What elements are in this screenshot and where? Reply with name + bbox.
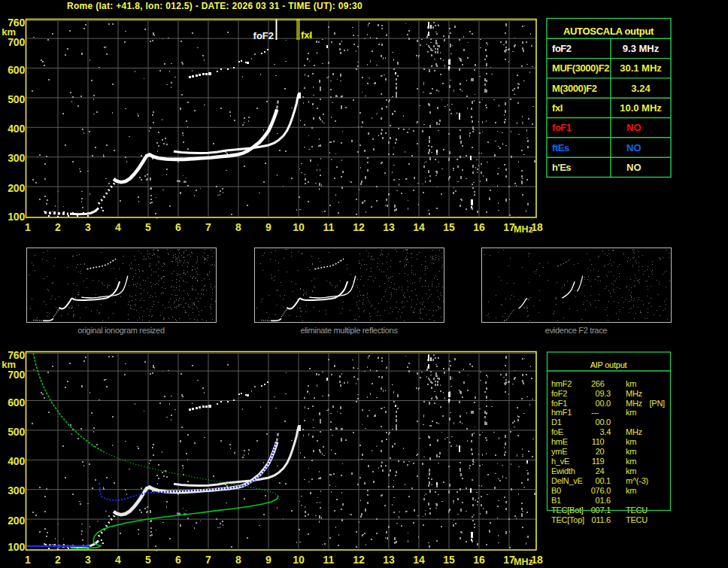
svg-text:---: --- bbox=[591, 408, 599, 417]
svg-text:1: 1 bbox=[25, 554, 31, 566]
svg-text:3.24: 3.24 bbox=[631, 83, 651, 94]
svg-text:fxI: fxI bbox=[301, 29, 312, 41]
svg-text:400: 400 bbox=[8, 123, 25, 135]
svg-text:3.4: 3.4 bbox=[599, 427, 611, 436]
svg-text:007.1: 007.1 bbox=[591, 506, 611, 515]
svg-text:30.1 MHz: 30.1 MHz bbox=[620, 62, 662, 74]
svg-text:500: 500 bbox=[8, 426, 25, 438]
svg-text:9: 9 bbox=[265, 554, 271, 566]
svg-text:fxI: fxI bbox=[552, 102, 563, 114]
svg-text:MHz: MHz bbox=[626, 427, 642, 436]
svg-text:[PN]: [PN] bbox=[650, 399, 666, 408]
svg-text:h_vE: h_vE bbox=[551, 457, 569, 466]
svg-text:AUTOSCALA output: AUTOSCALA output bbox=[563, 26, 654, 37]
svg-text:DelN_vE: DelN_vE bbox=[551, 476, 583, 485]
svg-text:18: 18 bbox=[531, 554, 543, 566]
svg-text:11: 11 bbox=[323, 554, 335, 566]
svg-text:12: 12 bbox=[353, 554, 365, 566]
svg-text:00.0: 00.0 bbox=[596, 418, 611, 427]
svg-text:10: 10 bbox=[293, 221, 305, 233]
svg-text:Ewidth: Ewidth bbox=[551, 466, 575, 475]
svg-text:9: 9 bbox=[265, 221, 271, 233]
svg-text:B0: B0 bbox=[551, 486, 561, 495]
svg-text:100: 100 bbox=[8, 541, 25, 553]
svg-text:Rome (lat: +41.8, lon: 012.5): Rome (lat: +41.8, lon: 012.5) - DATE: 20… bbox=[67, 1, 362, 11]
svg-text:12: 12 bbox=[353, 221, 365, 233]
svg-text:NO: NO bbox=[626, 162, 642, 173]
svg-text:11: 11 bbox=[323, 221, 335, 233]
svg-text:8: 8 bbox=[235, 554, 241, 566]
svg-text:15: 15 bbox=[443, 554, 455, 566]
svg-text:18: 18 bbox=[531, 221, 543, 233]
svg-text:NO: NO bbox=[626, 122, 642, 133]
svg-text:600: 600 bbox=[8, 64, 25, 76]
svg-text:100: 100 bbox=[8, 211, 25, 223]
svg-text:5: 5 bbox=[145, 221, 151, 233]
svg-text:5: 5 bbox=[145, 554, 151, 566]
svg-text:MHz: MHz bbox=[514, 557, 533, 567]
svg-text:TEC[Top]: TEC[Top] bbox=[551, 515, 584, 524]
svg-text:h'Es: h'Es bbox=[552, 162, 571, 173]
svg-text:200: 200 bbox=[8, 182, 25, 194]
svg-text:evidence F2 trace: evidence F2 trace bbox=[545, 326, 608, 335]
svg-text:16: 16 bbox=[473, 221, 485, 233]
svg-text:km: km bbox=[2, 26, 16, 38]
svg-text:13: 13 bbox=[383, 221, 395, 233]
svg-text:TECU: TECU bbox=[626, 506, 648, 515]
svg-text:01.6: 01.6 bbox=[596, 496, 611, 505]
svg-text:011.6: 011.6 bbox=[592, 515, 611, 524]
svg-text:500: 500 bbox=[8, 93, 25, 105]
svg-text:6: 6 bbox=[175, 554, 181, 566]
svg-text:original ionogram resized: original ionogram resized bbox=[77, 326, 165, 335]
svg-text:7: 7 bbox=[205, 221, 211, 233]
svg-text:hmF2: hmF2 bbox=[551, 379, 572, 388]
svg-text:foF2: foF2 bbox=[253, 30, 274, 41]
svg-text:ymE: ymE bbox=[551, 447, 567, 456]
svg-text:1: 1 bbox=[25, 221, 31, 233]
svg-text:8: 8 bbox=[235, 221, 241, 233]
svg-text:km: km bbox=[626, 408, 636, 417]
svg-text:2: 2 bbox=[55, 554, 61, 566]
svg-text:200: 200 bbox=[8, 515, 25, 527]
svg-text:AIP output: AIP output bbox=[590, 360, 627, 369]
svg-text:foE: foE bbox=[551, 427, 563, 436]
svg-text:00.1: 00.1 bbox=[596, 476, 611, 485]
svg-text:foF1: foF1 bbox=[552, 122, 572, 133]
svg-text:M(3000)F2: M(3000)F2 bbox=[552, 83, 597, 94]
svg-text:4: 4 bbox=[115, 221, 121, 233]
svg-text:110: 110 bbox=[592, 437, 605, 446]
svg-text:10.0 MHz: 10.0 MHz bbox=[620, 102, 662, 114]
svg-text:MHz: MHz bbox=[514, 224, 533, 235]
svg-text:9.3 MHz: 9.3 MHz bbox=[623, 43, 660, 54]
svg-text:hmE: hmE bbox=[551, 437, 568, 446]
svg-text:2: 2 bbox=[55, 221, 61, 233]
svg-text:4: 4 bbox=[115, 554, 121, 566]
svg-text:300: 300 bbox=[8, 484, 25, 497]
svg-text:13: 13 bbox=[383, 554, 395, 566]
svg-text:ftEs: ftEs bbox=[552, 142, 569, 153]
svg-text:eliminate multiple reflections: eliminate multiple reflections bbox=[300, 326, 398, 335]
svg-text:D1: D1 bbox=[551, 418, 562, 427]
svg-text:B1: B1 bbox=[551, 496, 561, 505]
svg-text:foF2: foF2 bbox=[551, 389, 567, 398]
svg-text:20: 20 bbox=[596, 447, 605, 456]
svg-text:266: 266 bbox=[591, 379, 605, 388]
svg-text:15: 15 bbox=[443, 221, 455, 233]
svg-text:MUF(3000)F2: MUF(3000)F2 bbox=[552, 62, 609, 74]
svg-text:foF1: foF1 bbox=[551, 399, 567, 408]
svg-text:km: km bbox=[626, 457, 636, 466]
svg-text:hmF1: hmF1 bbox=[551, 408, 572, 417]
svg-text:00.0: 00.0 bbox=[596, 399, 611, 408]
svg-text:km: km bbox=[626, 379, 636, 388]
svg-text:076.0: 076.0 bbox=[591, 486, 611, 495]
svg-text:7: 7 bbox=[205, 554, 211, 566]
svg-text:10: 10 bbox=[293, 554, 305, 566]
svg-text:14: 14 bbox=[413, 221, 425, 233]
svg-text:09.3: 09.3 bbox=[596, 389, 611, 398]
svg-text:16: 16 bbox=[473, 554, 485, 566]
svg-text:km: km bbox=[626, 466, 636, 475]
svg-text:m^(-3): m^(-3) bbox=[626, 476, 648, 485]
svg-text:foF2: foF2 bbox=[552, 43, 572, 54]
svg-text:3: 3 bbox=[85, 554, 91, 566]
svg-text:MHz: MHz bbox=[626, 389, 642, 398]
